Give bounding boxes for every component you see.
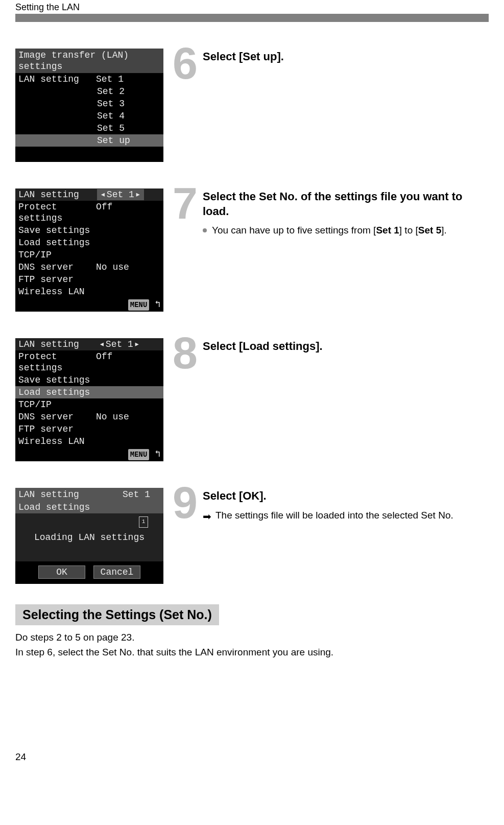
arrow-icon: ➡ (203, 509, 211, 524)
screen6-row-label: LAN setting (18, 74, 96, 85)
s8r5l: DNS server (18, 411, 96, 422)
step-8: LAN settingSet 1 Protect settingsOff Sav… (15, 338, 489, 461)
screen-step7: LAN settingSet 1 Protect settingsOff Sav… (15, 188, 163, 312)
step-7: LAN settingSet 1 Protect settingsOff Sav… (15, 188, 489, 312)
step-6: Image transfer (LAN) settings LAN settin… (15, 49, 489, 162)
screen6-title: Image transfer (LAN) settings (15, 49, 163, 73)
s7r0l: LAN setting (18, 189, 96, 200)
screen6-opt-3: Set 4 (97, 110, 125, 122)
step9-arrow-text: The settings file will be loaded into th… (215, 509, 453, 523)
screen-step6: Image transfer (LAN) settings LAN settin… (15, 49, 163, 162)
step7-bullet: You can have up to five settings from [S… (203, 224, 489, 238)
s7b-mid: ] to [ (399, 225, 418, 235)
s7b-post: ]. (441, 225, 447, 235)
s7r1l: Protect settings (18, 201, 96, 224)
s7r3l: Load settings (18, 237, 96, 248)
s7-menu: MENU (128, 299, 150, 311)
s7r0v: Set 1 (97, 189, 144, 200)
screen6-opt-1: Set 2 (97, 86, 125, 97)
step6-number: 6 (173, 45, 198, 81)
step7-number: 7 (173, 185, 198, 221)
s7r4l: TCP/IP (18, 249, 96, 261)
s7r7l: Wireless LAN (18, 286, 96, 297)
s9-title-value: Set 1 (123, 489, 150, 500)
screen6-opt-2: Set 3 (97, 98, 125, 109)
step6-title: Select [Set up]. (203, 50, 489, 64)
s8r1v: Off (96, 351, 160, 373)
bullet-icon (203, 228, 207, 232)
s8r4l: TCP/IP (18, 399, 96, 410)
s7b-b2: Set 5 (418, 225, 441, 235)
section-line2: In step 6, select the Set No. that suits… (15, 645, 489, 660)
screen-step8: LAN settingSet 1 Protect settingsOff Sav… (15, 338, 163, 461)
card-icon: 1 (139, 516, 148, 528)
s7r2l: Save settings (18, 225, 96, 236)
step7-title: Select the Set No. of the settings file … (203, 190, 489, 219)
s7r6l: FTP server (18, 274, 96, 285)
screen6-opt-0: Set 1 (96, 74, 160, 85)
page-header: Setting the LAN (15, 2, 489, 13)
s8r2l: Save settings (18, 374, 96, 386)
step8-title: Select [Load settings]. (203, 339, 489, 354)
s8r0v: Set 1 (96, 339, 143, 350)
step9-number: 9 (173, 485, 198, 521)
screen6-opt-5: Set up (97, 135, 130, 146)
s8r6l: FTP server (18, 423, 96, 435)
header-rule (15, 14, 489, 22)
screen6-opt-4: Set 5 (97, 123, 125, 134)
step9-arrow-row: ➡ The settings file will be loaded into … (203, 509, 489, 524)
s8r5v: No use (96, 411, 160, 422)
s9-sub: Load settings (15, 501, 163, 513)
s7r5l: DNS server (18, 262, 96, 273)
s7r1v: Off (96, 201, 160, 224)
s8r7l: Wireless LAN (18, 436, 96, 447)
page-number: 24 (15, 751, 489, 768)
s7b-b1: Set 1 (376, 225, 399, 235)
s8r0l: LAN setting (18, 339, 96, 350)
section-line1: Do steps 2 to 5 on page 23. (15, 630, 489, 645)
s8r3l: Load settings (18, 387, 96, 398)
s8-menu: MENU (128, 449, 150, 460)
ok-button[interactable]: OK (38, 565, 85, 579)
screen-step9: LAN settingSet 1 Load settings 1 Loading… (15, 488, 163, 584)
s9-message: Loading LAN settings (34, 532, 145, 543)
step8-number: 8 (173, 335, 198, 371)
s8r1l: Protect settings (18, 351, 96, 373)
s7b-pre: You can have up to five settings from [ (212, 225, 376, 235)
cancel-button[interactable]: Cancel (93, 565, 140, 579)
s9-title-label: LAN setting (18, 489, 123, 500)
step9-title: Select [OK]. (203, 489, 489, 504)
section-heading: Selecting the Settings (Set No.) (15, 604, 219, 625)
step-9: LAN settingSet 1 Load settings 1 Loading… (15, 488, 489, 584)
s7r5v: No use (96, 262, 160, 273)
